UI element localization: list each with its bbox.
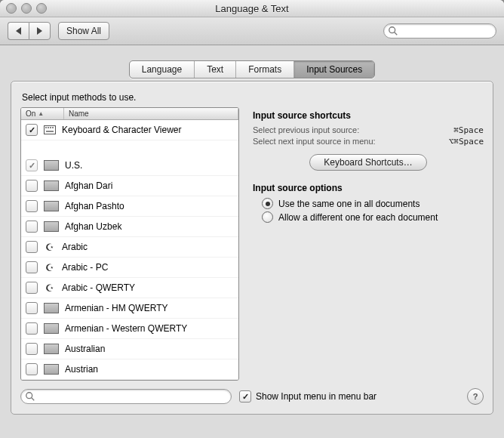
checkbox-icon[interactable]	[26, 200, 38, 212]
col-on-header[interactable]: On ▲	[21, 108, 64, 119]
checkbox-icon[interactable]	[26, 159, 38, 171]
flag-icon	[44, 303, 59, 313]
checkbox-icon[interactable]	[26, 282, 38, 294]
toolbar: Show All	[0, 17, 504, 45]
svg-rect-4	[48, 127, 49, 128]
svg-line-9	[32, 398, 35, 401]
flag-icon	[44, 323, 59, 334]
checkbox-icon[interactable]	[26, 343, 38, 355]
prefs-window: Language & Text Show All Language Text F…	[0, 0, 504, 438]
list-item-label: Afghan Pashto	[65, 201, 124, 211]
list-item[interactable]: Afghan Dari	[21, 176, 238, 196]
checkbox-icon[interactable]	[26, 322, 38, 335]
minimize-icon[interactable]	[21, 3, 32, 14]
window-title: Language & Text	[215, 3, 288, 14]
checkbox-icon[interactable]	[26, 180, 38, 192]
svg-rect-3	[45, 127, 47, 128]
tabbar: Language Text Formats Input Sources	[11, 60, 493, 79]
keyboard-shortcuts-button[interactable]: Keyboard Shortcuts…	[309, 154, 426, 171]
list-item-label: Afghan Dari	[65, 180, 112, 191]
tab-language[interactable]: Language	[130, 61, 195, 78]
svg-point-8	[26, 393, 32, 399]
list-item-label: U.S.	[65, 160, 82, 171]
svg-line-1	[395, 32, 398, 35]
list-item[interactable]: ☪Arabic - PC	[21, 258, 238, 278]
list-body[interactable]: Keyboard & Character ViewerU.S.Afghan Da…	[21, 120, 238, 380]
crescent-icon: ☪	[44, 282, 56, 293]
svg-rect-6	[52, 127, 54, 128]
forward-button[interactable]	[29, 22, 51, 40]
col-name-header[interactable]: Name	[64, 108, 238, 119]
list-item[interactable]: U.S.	[21, 156, 238, 176]
list-header: On ▲ Name	[21, 108, 238, 120]
options-heading: Input source options	[253, 183, 484, 193]
radio-diff-label: Allow a different one for each document	[278, 212, 438, 223]
nav-back-forward	[8, 22, 51, 40]
list-item[interactable]: ☪Arabic	[21, 237, 238, 258]
shortcuts-heading: Input source shortcuts	[253, 110, 484, 121]
input-methods-column: On ▲ Name Keyboard & Character ViewerU.S…	[20, 107, 239, 381]
list-item[interactable]: Afghan Uzbek	[21, 217, 238, 237]
list-item[interactable]: Afghan Pashto	[21, 196, 238, 217]
checkbox-icon	[239, 390, 251, 403]
panel: Select input methods to use. On ▲ Name K…	[11, 81, 493, 415]
list-item-label: Australian	[65, 344, 105, 354]
zoom-icon[interactable]	[36, 3, 47, 14]
radio-diff-document[interactable]: Allow a different one for each document	[262, 211, 484, 223]
flag-icon	[44, 344, 59, 354]
panel-footer: Show Input menu in menu bar ?	[20, 388, 484, 405]
show-all-button[interactable]: Show All	[58, 22, 109, 40]
help-button[interactable]: ?	[467, 388, 484, 405]
list-item-label: Armenian - Western QWERTY	[65, 323, 187, 334]
list-item-label: Arabic - PC	[62, 262, 108, 273]
search-icon	[25, 391, 35, 402]
list-item[interactable]: ☪Arabic - QWERTY	[21, 278, 238, 298]
list-item[interactable]: Australian	[21, 339, 238, 359]
shortcut-prev-row: Select previous input source: ⌘Space	[253, 125, 484, 135]
radio-icon	[262, 211, 273, 223]
shortcut-prev-label: Select previous input source:	[253, 125, 359, 135]
radio-icon	[262, 198, 273, 209]
checkbox-icon[interactable]	[26, 261, 38, 273]
tab-text[interactable]: Text	[195, 61, 236, 78]
checkbox-icon[interactable]	[26, 241, 38, 253]
list-item-label: Afghan Uzbek	[65, 221, 121, 232]
radio-same-label: Use the same one in all documents	[278, 199, 419, 209]
flag-icon	[44, 180, 59, 191]
radio-same-document[interactable]: Use the same one in all documents	[262, 198, 484, 209]
list-item[interactable]: Armenian - HM QWERTY	[21, 298, 238, 319]
checkbox-icon[interactable]	[26, 363, 38, 375]
svg-point-0	[389, 27, 395, 33]
list-search	[20, 389, 232, 404]
titlebar: Language & Text	[0, 0, 504, 17]
checkbox-icon[interactable]	[26, 124, 38, 136]
svg-rect-7	[46, 131, 54, 132]
tab-input-sources[interactable]: Input Sources	[294, 61, 374, 78]
back-button[interactable]	[8, 22, 29, 40]
list-item[interactable]: Keyboard & Character Viewer	[21, 120, 238, 140]
flag-icon	[44, 160, 59, 171]
checkbox-icon[interactable]	[26, 221, 38, 233]
list-item[interactable]: Armenian - Western QWERTY	[21, 319, 238, 339]
crescent-icon: ☪	[44, 242, 56, 252]
list-item[interactable]: Austrian	[21, 359, 238, 380]
show-input-menu-checkbox[interactable]: Show Input menu in menu bar	[239, 390, 376, 403]
list-item-label: Armenian - HM QWERTY	[65, 303, 167, 313]
flag-icon	[44, 221, 59, 232]
list-search-input[interactable]	[20, 389, 232, 404]
flag-icon	[44, 201, 59, 211]
toolbar-search	[383, 23, 496, 39]
shortcut-next-key: ⌥⌘Space	[449, 137, 484, 147]
list-item-label: Arabic	[62, 242, 88, 252]
right-column: Input source shortcuts Select previous i…	[253, 107, 484, 381]
toolbar-search-input[interactable]	[383, 23, 496, 39]
crescent-icon: ☪	[44, 262, 56, 273]
sort-asc-icon: ▲	[38, 110, 44, 117]
list-item-label: Arabic - QWERTY	[62, 282, 135, 293]
tabs: Language Text Formats Input Sources	[129, 60, 375, 79]
list-item-label: Keyboard & Character Viewer	[62, 125, 182, 135]
close-icon[interactable]	[6, 3, 17, 14]
checkbox-icon[interactable]	[26, 302, 38, 314]
tab-formats[interactable]: Formats	[236, 61, 294, 78]
shortcut-next-label: Select next input source in menu:	[253, 137, 376, 147]
